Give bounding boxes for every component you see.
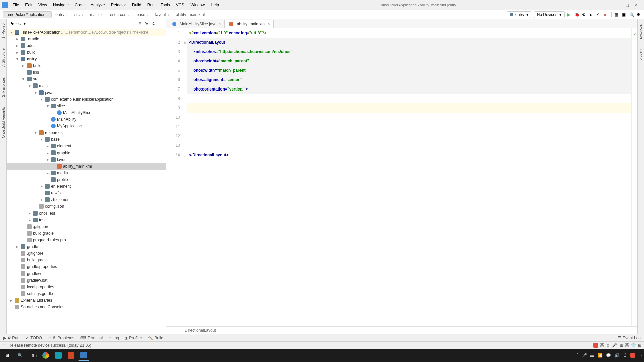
ime-grid-icon[interactable]: ⊞ (638, 343, 641, 348)
sdk-icon[interactable]: ▣ (622, 12, 627, 17)
tree-item[interactable]: profile (7, 176, 166, 183)
tree-item[interactable]: .gitignore (7, 223, 166, 230)
attach-icon[interactable]: ⎘ (597, 12, 601, 17)
tree-item[interactable]: ▾resources (7, 129, 166, 136)
tree-item[interactable]: ▸gradle (7, 243, 166, 250)
taskbar-app-deveco[interactable] (78, 350, 89, 361)
tree-item[interactable]: ▾base (7, 136, 166, 143)
search-everywhere-icon[interactable]: 🔍 (629, 12, 634, 17)
tray-chevron-icon[interactable]: ˄ (577, 353, 579, 358)
breadcrumb-item[interactable]: resources› (106, 11, 133, 18)
tree-item[interactable]: ability_main.xml (7, 163, 166, 170)
tool-tab[interactable]: OhosBuild Variants (1, 107, 5, 138)
tool-tab[interactable]: Previewer (639, 23, 643, 39)
breadcrumb-item[interactable]: base› (133, 11, 152, 18)
device-selector[interactable]: No Devices ▾ (534, 11, 565, 18)
menu-help[interactable]: Help (208, 1, 222, 9)
tree-item[interactable]: rawfile (7, 190, 166, 196)
tree-item[interactable]: ▾slice (7, 103, 166, 109)
hide-panel-icon[interactable]: — (158, 21, 162, 26)
tree-item[interactable]: ▾src (7, 76, 166, 82)
tree-item[interactable]: ▸media (7, 170, 166, 176)
debug-icon[interactable]: 🐞 (575, 12, 579, 17)
ime-lang-icon[interactable]: 英 (600, 342, 604, 348)
tray-mic-icon[interactable]: 🎤 (582, 353, 587, 358)
project-tree[interactable]: ▾TimePickerApplication C:\Users\moon\Dev… (7, 28, 166, 334)
tray-battery-icon[interactable]: ▬ (590, 353, 594, 358)
module-selector[interactable]: entry ▾ (507, 11, 531, 18)
tree-item[interactable]: gradlew.bat (7, 277, 166, 284)
menu-vcs[interactable]: VCS (173, 1, 187, 9)
fold-column[interactable]: ⊟ ⊟ (183, 28, 187, 326)
breadcrumb-item[interactable]: main› (87, 11, 105, 18)
code-editor[interactable]: 1 2 3 4 5 6 7 8 9 10 11 12 13 14 ⊟ ⊟ <?x… (166, 28, 637, 326)
tree-item[interactable]: settings.gradle (7, 290, 166, 297)
ime-pad-icon[interactable]: ▦ (619, 343, 623, 348)
bottom-tab[interactable]: 🔨Build (148, 336, 163, 340)
menu-tools[interactable]: Tools (158, 1, 173, 9)
breadcrumb-item[interactable]: layout› (152, 11, 172, 18)
tree-item[interactable]: libs (7, 69, 166, 76)
close-tab-icon[interactable]: × (268, 22, 270, 26)
tray-chat-icon[interactable]: 💬 (606, 353, 611, 358)
run-icon[interactable]: ▶ (567, 12, 572, 17)
bottom-tab[interactable]: ✓TODO (25, 336, 42, 340)
menu-build[interactable]: Build (129, 1, 144, 9)
menu-refactor[interactable]: Refactor (108, 1, 129, 9)
tree-item[interactable]: ▸graphic (7, 149, 166, 156)
close-button[interactable]: ✕ (635, 3, 639, 7)
tree-item[interactable]: ▸en.element (7, 183, 166, 190)
tool-tab[interactable]: 2: Favorites (1, 77, 5, 97)
tree-item[interactable]: ▸.gradle (7, 36, 166, 42)
close-tab-icon[interactable]: × (218, 22, 221, 26)
tree-item[interactable]: ▾TimePickerApplication C:\Users\moon\Dev… (7, 29, 166, 36)
menu-file[interactable]: File (10, 1, 22, 9)
gear-icon[interactable]: ✲ (152, 21, 155, 26)
tree-item[interactable]: local.properties (7, 284, 166, 290)
event-log-tab[interactable]: ☰ Event Log (618, 336, 641, 340)
tree-item[interactable]: MainAbility (7, 116, 166, 123)
tree-item[interactable]: MyApplication (7, 123, 166, 129)
expand-all-icon[interactable]: ⇲ (145, 21, 148, 26)
menu-view[interactable]: View (36, 1, 50, 9)
tray-ime-icon[interactable]: 英 (623, 353, 627, 358)
tree-item[interactable]: ▸zh.element (7, 196, 166, 203)
taskbar-app-chrome[interactable] (40, 350, 51, 361)
chevron-down-icon[interactable]: ▾ (24, 21, 26, 26)
tool-tab[interactable]: 1: Project (1, 23, 5, 38)
tree-item[interactable]: ▸build (7, 62, 166, 69)
ime-mic-icon[interactable]: 🎤 (612, 343, 617, 348)
breadcrumb-item[interactable]: ability_main.xml (173, 11, 208, 18)
breadcrumb-item[interactable]: entry› (52, 11, 71, 18)
ime-face-icon[interactable]: ☺ (606, 343, 610, 348)
bottom-tab[interactable]: ⧗Profiler (125, 336, 142, 340)
tray-volume-icon[interactable]: 🔊 (614, 353, 620, 358)
bottom-tab[interactable]: ⌨Terminal (80, 336, 103, 340)
maximize-button[interactable]: ▢ (625, 3, 630, 7)
tree-item[interactable]: ▾entry (7, 56, 166, 62)
menu-code[interactable]: Code (72, 1, 87, 9)
task-view-icon[interactable]: ▢▢ (28, 350, 38, 361)
tree-item[interactable]: ▾com.example.timepickerapplication (7, 96, 166, 103)
tree-item[interactable]: MainAbilitySlice (7, 109, 166, 116)
tree-item[interactable]: Scratches and Consoles (7, 304, 166, 310)
tree-item[interactable]: .gitignore (7, 250, 166, 257)
editor-tab[interactable]: MainAbilitySlice.java× (167, 20, 224, 28)
ime-shirt-icon[interactable]: 👕 (631, 343, 636, 348)
tree-item[interactable]: ▸element (7, 143, 166, 149)
code-content[interactable]: <?xml version="1.0" encoding="utf-8"?> <… (187, 28, 631, 326)
tree-item[interactable]: ▾layout (7, 156, 166, 163)
tree-item[interactable]: ▸ohosTest (7, 210, 166, 217)
menu-edit[interactable]: Edit (22, 1, 35, 9)
taskbar-app-devecostudio[interactable] (53, 350, 64, 361)
status-icon[interactable]: ▢ (3, 343, 6, 348)
editor-breadcrumb[interactable]: DirectionalLayout (166, 326, 637, 334)
bottom-tab[interactable]: ≡Log (109, 336, 119, 340)
taskbar-search-icon[interactable]: 🔍 (15, 350, 25, 361)
tree-item[interactable]: gradle.properties (7, 263, 166, 270)
start-button[interactable]: ⊞ (2, 350, 13, 361)
locate-icon[interactable]: ⊕ (138, 21, 142, 26)
ime-lang2-icon[interactable]: 英 (625, 342, 629, 348)
project-panel-title[interactable]: Project (9, 21, 22, 26)
tree-item[interactable]: ▸External Libraries (7, 297, 166, 304)
